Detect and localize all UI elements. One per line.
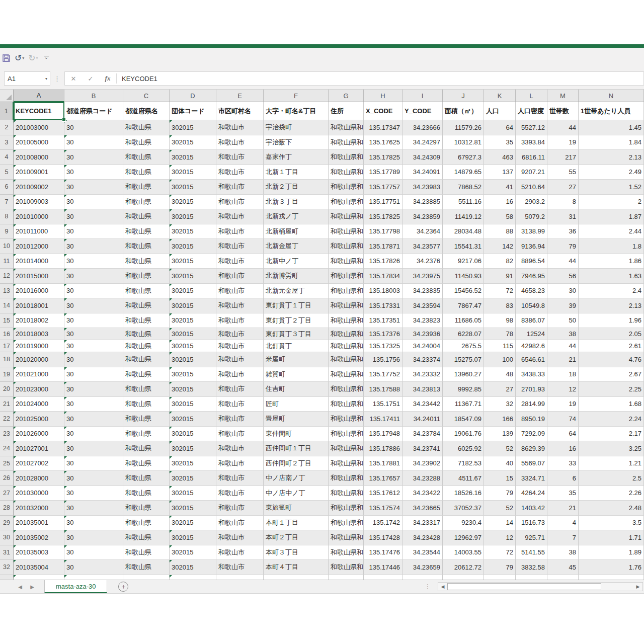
cell-G30[interactable]: 和歌山県和: [329, 530, 364, 545]
cell-F7[interactable]: 北新３丁目: [264, 195, 329, 210]
cell-C28[interactable]: 和歌山県: [123, 501, 170, 516]
cell-E12[interactable]: 和歌山市: [216, 269, 264, 284]
cell-G11[interactable]: 和歌山県和: [329, 254, 364, 269]
cell-K17[interactable]: 115: [484, 340, 516, 352]
cell-N17[interactable]: 2.61: [579, 340, 644, 352]
cell-E4[interactable]: 和歌山市: [216, 150, 264, 165]
cell-I6[interactable]: 34.23983: [403, 180, 443, 195]
cell-G7[interactable]: 和歌山県和: [329, 195, 364, 210]
row-header-18[interactable]: 18: [0, 352, 14, 367]
cell-F14[interactable]: 東釘貫丁１丁目: [264, 298, 329, 313]
cell-L6[interactable]: 5210.64: [516, 180, 547, 195]
cell-M29[interactable]: 4: [547, 516, 579, 531]
cell-A31[interactable]: 201035003: [14, 545, 64, 560]
cell-J17[interactable]: 2675.5: [443, 340, 484, 352]
cell-K22[interactable]: 166: [484, 412, 516, 427]
fill-handle[interactable]: [62, 118, 66, 122]
cell-C26[interactable]: 和歌山県: [123, 471, 170, 486]
cell-C13[interactable]: 和歌山県: [123, 284, 170, 299]
cell-D27[interactable]: 302015: [170, 486, 216, 501]
cell-B11[interactable]: 30: [64, 254, 123, 269]
row-header-29[interactable]: 29: [0, 516, 14, 531]
scrollbar-splitter-icon[interactable]: ⋮: [425, 583, 431, 590]
cell-J9[interactable]: 28034.48: [443, 224, 484, 239]
cell-N5[interactable]: 2.49: [579, 165, 644, 180]
cell-B4[interactable]: 30: [64, 150, 123, 165]
name-box-dropdown-icon[interactable]: ▾: [45, 76, 50, 81]
cell-I27[interactable]: 34.23422: [403, 486, 443, 501]
cancel-button[interactable]: ✕: [65, 75, 82, 83]
cell-A28[interactable]: 201032000: [14, 501, 64, 516]
cell-C5[interactable]: 和歌山県: [123, 165, 170, 180]
cell-A18[interactable]: 201020000: [14, 352, 64, 367]
cell-A7[interactable]: 201009003: [14, 195, 64, 210]
cell-N23[interactable]: 2.17: [579, 427, 644, 442]
column-header-A[interactable]: A: [14, 90, 64, 102]
cell-N9[interactable]: 2.44: [579, 224, 644, 239]
cell-F16[interactable]: 東釘貫丁３丁目: [264, 328, 329, 340]
cell-B21[interactable]: 30: [64, 397, 123, 412]
cell-K18[interactable]: 100: [484, 352, 516, 367]
column-header-H[interactable]: H: [364, 90, 403, 102]
row-header-10[interactable]: 10: [0, 239, 14, 254]
cell-E15[interactable]: 和歌山市: [216, 313, 264, 329]
cell-E5[interactable]: 和歌山市: [216, 165, 264, 180]
cell-J30[interactable]: 12962.97: [443, 530, 484, 545]
cell-G12[interactable]: 和歌山県和: [329, 269, 364, 284]
cell-G24[interactable]: 和歌山県和: [329, 441, 364, 456]
cell-K3[interactable]: 35: [484, 135, 516, 150]
cell-G3[interactable]: 和歌山県和: [329, 135, 364, 150]
cell-K21[interactable]: 32: [484, 397, 516, 412]
cell-J5[interactable]: 14879.65: [443, 165, 484, 180]
row-header-11[interactable]: 11: [0, 254, 14, 269]
row-header-12[interactable]: 12: [0, 269, 14, 284]
header-cell-M1[interactable]: 世帯数: [547, 102, 579, 120]
cell-K9[interactable]: 88: [484, 224, 516, 239]
cell-I11[interactable]: 34.2376: [403, 254, 443, 269]
cell-N32[interactable]: 1.76: [579, 560, 644, 575]
cell-D17[interactable]: 302015: [170, 340, 216, 352]
cell-L12[interactable]: 7946.95: [516, 269, 547, 284]
cell-G15[interactable]: 和歌山県和: [329, 313, 364, 329]
cell-L19[interactable]: 3438.33: [516, 367, 547, 382]
cell-K28[interactable]: 52: [484, 501, 516, 516]
cell-E27[interactable]: 和歌山市: [216, 486, 264, 501]
cell-A2[interactable]: 201003000: [14, 120, 64, 135]
cell-H27[interactable]: 135.17612: [364, 486, 403, 501]
header-cell-F1[interactable]: 大字・町名&丁目: [264, 102, 329, 120]
cell-L14[interactable]: 10549.8: [516, 298, 547, 313]
cell-I15[interactable]: 34.23823: [403, 313, 443, 329]
cell-L21[interactable]: 2814.99: [516, 397, 547, 412]
cell-L31[interactable]: 5141.55: [516, 545, 547, 560]
header-cell-I1[interactable]: Y_CODE: [403, 102, 443, 120]
cell-E7[interactable]: 和歌山市: [216, 195, 264, 210]
cell-H8[interactable]: 135.17825: [364, 209, 403, 224]
cell-B27[interactable]: 30: [64, 486, 123, 501]
cell-M8[interactable]: 31: [547, 209, 579, 224]
cell-H32[interactable]: 135.17446: [364, 560, 403, 575]
cell-N26[interactable]: 2.5: [579, 471, 644, 486]
cell-E13[interactable]: 和歌山市: [216, 284, 264, 299]
cell-I16[interactable]: 34.23936: [403, 328, 443, 340]
cell-E23[interactable]: 和歌山市: [216, 427, 264, 442]
cell-D19[interactable]: 302015: [170, 367, 216, 382]
cell-L10[interactable]: 9136.94: [516, 239, 547, 254]
row-header-32[interactable]: 32: [0, 560, 14, 575]
cell-K16[interactable]: 78: [484, 328, 516, 340]
cell-C4[interactable]: 和歌山県: [123, 150, 170, 165]
cell-M4[interactable]: 217: [547, 150, 579, 165]
cell-G22[interactable]: 和歌山県和: [329, 412, 364, 427]
row-header-6[interactable]: 6: [0, 180, 14, 195]
cell-M16[interactable]: 38: [547, 328, 579, 340]
cell-M5[interactable]: 55: [547, 165, 579, 180]
cell-K15[interactable]: 98: [484, 313, 516, 329]
cell-H18[interactable]: 135.1756: [364, 352, 403, 367]
cell-C9[interactable]: 和歌山県: [123, 224, 170, 239]
cell-A4[interactable]: 201008000: [14, 150, 64, 165]
cell-K31[interactable]: 72: [484, 545, 516, 560]
undo-button[interactable]: ↺ ▾: [13, 51, 26, 65]
cell-J3[interactable]: 10312.81: [443, 135, 484, 150]
cell-D13[interactable]: 302015: [170, 284, 216, 299]
cell-A15[interactable]: 201018002: [14, 313, 64, 329]
cell-D31[interactable]: 302015: [170, 545, 216, 560]
